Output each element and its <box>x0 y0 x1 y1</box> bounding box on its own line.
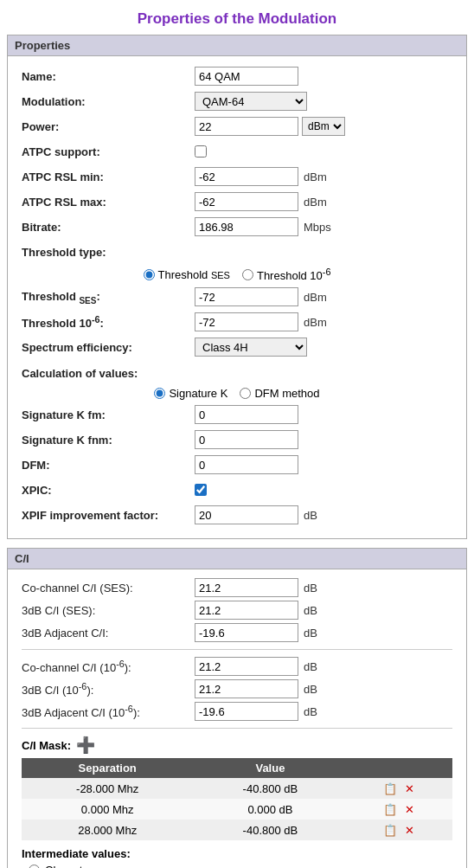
three-db-10m6-unit: dB <box>304 683 317 696</box>
three-db-ses-value-container: dB <box>195 601 317 620</box>
atpc-support-checkbox[interactable] <box>195 145 207 158</box>
atpc-rsl-min-unit: dBm <box>304 170 327 183</box>
threshold-ses-input[interactable] <box>195 287 298 306</box>
power-unit-select[interactable]: dBm <box>302 117 345 136</box>
three-db-adj-label: 3dB Adjacent C/I: <box>22 627 195 640</box>
mask-value-cell: 0.000 dB <box>193 799 347 820</box>
spectrum-eff-label: Spectrum efficiency: <box>22 341 195 354</box>
mask-sep-header: Separation <box>22 758 193 778</box>
calc-radio-group: Signature K DFM method <box>22 387 452 400</box>
mask-delete-icon[interactable]: ✕ <box>401 781 417 796</box>
threshold-10m6-row: Threshold 10-6: dBm <box>22 312 452 332</box>
threshold-10m6-value-container: dBm <box>195 312 327 331</box>
three-db-ses-input[interactable] <box>195 601 298 620</box>
threshold-10m6-field-label: Threshold 10-6: <box>22 314 195 330</box>
dfm-radio-item[interactable]: DFM method <box>240 387 319 400</box>
mask-actions-cell: 📋 ✕ <box>347 778 452 799</box>
xpif-input[interactable] <box>195 505 298 524</box>
closest-radio-item[interactable]: Closest <box>29 864 452 868</box>
co-channel-10m6-value-container: dB <box>195 657 317 676</box>
three-db-ses-unit: dB <box>304 604 317 617</box>
atpc-rsl-min-row: ATPC RSL min: dBm <box>22 166 452 187</box>
threshold-ses-unit: dBm <box>304 291 327 304</box>
atpc-rsl-max-unit: dBm <box>304 196 327 209</box>
sig-k-fm-label: Signature K fm: <box>22 408 195 421</box>
sig-k-fm-input[interactable] <box>195 405 298 424</box>
name-input[interactable] <box>195 67 298 86</box>
ci-body: Co-channel C/I (SES): dB 3dB C/I (SES): … <box>8 569 466 868</box>
xpif-row: XPIF improvement factor: dB <box>22 505 452 525</box>
ci-header: C/I <box>8 549 466 569</box>
sig-k-radio-item[interactable]: Signature K <box>154 387 227 400</box>
sig-k-fnm-value-container <box>195 430 298 449</box>
dfm-radio[interactable] <box>240 388 251 399</box>
atpc-rsl-min-input[interactable] <box>195 167 298 186</box>
sig-k-radio[interactable] <box>154 388 165 399</box>
spectrum-eff-select[interactable]: Class 4H <box>195 338 307 357</box>
threshold-10m6-input[interactable] <box>195 312 298 331</box>
spectrum-eff-row: Spectrum efficiency: Class 4H <box>22 337 452 357</box>
sig-k-radio-label: Signature K <box>169 387 227 400</box>
modulation-value-container: QAM-64 <box>195 92 307 111</box>
spectrum-eff-value-container: Class 4H <box>195 338 307 357</box>
atpc-rsl-max-label: ATPC RSL max: <box>22 196 195 209</box>
mask-value-cell: -40.800 dB <box>193 820 347 840</box>
atpc-rsl-max-input[interactable] <box>195 192 298 211</box>
threshold-10m6-radio-label: Threshold 10-6 <box>257 267 331 282</box>
properties-body: Name: Modulation: QAM-64 Power: dBm <box>8 56 466 538</box>
power-row: Power: dBm <box>22 116 452 137</box>
co-channel-ses-label: Co-channel C/I (SES): <box>22 582 195 595</box>
threshold-ses-row: Threshold SES: dBm <box>22 286 452 307</box>
bitrate-input[interactable] <box>195 217 298 236</box>
mask-actions-header <box>347 758 452 778</box>
three-db-10m6-input[interactable] <box>195 679 298 698</box>
ci-section: C/I Co-channel C/I (SES): dB 3dB C/I (SE… <box>7 548 467 868</box>
atpc-rsl-max-row: ATPC RSL max: dBm <box>22 191 452 212</box>
mask-delete-icon[interactable]: ✕ <box>401 822 417 838</box>
properties-header: Properties <box>8 35 466 56</box>
co-channel-10m6-row: Co-channel C/I (10-6): dB <box>22 657 452 676</box>
sig-k-fm-row: Signature K fm: <box>22 404 452 425</box>
atpc-support-label: ATPC support: <box>22 145 195 158</box>
bitrate-value-container: Mbps <box>195 217 331 236</box>
power-input[interactable] <box>195 117 298 136</box>
calc-row: Calculation of values: <box>22 362 452 383</box>
mask-edit-icon[interactable]: 📋 <box>382 781 398 796</box>
xpif-unit: dB <box>304 509 317 522</box>
mask-table-header-row: Separation Value <box>22 758 452 778</box>
dfm-value-container <box>195 455 298 474</box>
dfm-input[interactable] <box>195 455 298 474</box>
table-row: 0.000 Mhz 0.000 dB 📋 ✕ <box>22 799 452 820</box>
properties-section: Properties Name: Modulation: QAM-64 Powe… <box>7 35 467 539</box>
threshold-ses-radio-item[interactable]: Threshold SES <box>144 268 230 281</box>
mask-delete-icon[interactable]: ✕ <box>401 801 417 817</box>
three-db-adj-10m6-row: 3dB Adjacent C/I (10-6): dB <box>22 702 452 721</box>
three-db-10m6-row: 3dB C/I (10-6): dB <box>22 679 452 698</box>
mask-edit-icon[interactable]: 📋 <box>382 801 398 817</box>
atpc-support-row: ATPC support: <box>22 141 452 162</box>
xpic-checkbox[interactable] <box>195 484 207 496</box>
co-channel-10m6-label: Co-channel C/I (10-6): <box>22 659 195 674</box>
threshold-ses-radio-label: Threshold SES <box>158 268 230 281</box>
mask-header: C/I Mask: ➕ <box>22 736 452 755</box>
bitrate-label: Bitrate: <box>22 221 195 234</box>
co-channel-10m6-input[interactable] <box>195 657 298 676</box>
threshold-10m6-radio[interactable] <box>242 269 253 280</box>
three-db-adj-input[interactable] <box>195 623 298 642</box>
threshold-ses-radio[interactable] <box>144 269 155 280</box>
mask-value-cell: -40.800 dB <box>193 778 347 799</box>
threshold-10m6-radio-item[interactable]: Threshold 10-6 <box>242 267 331 282</box>
ci-divider-1 <box>22 649 452 650</box>
co-channel-ses-input[interactable] <box>195 578 298 597</box>
sig-k-fnm-row: Signature K fnm: <box>22 429 452 450</box>
atpc-rsl-min-value-container: dBm <box>195 167 327 186</box>
mask-actions-cell: 📋 ✕ <box>347 799 452 820</box>
sig-k-fnm-input[interactable] <box>195 430 298 449</box>
name-row: Name: <box>22 66 452 87</box>
three-db-ses-label: 3dB C/I (SES): <box>22 604 195 617</box>
modulation-select[interactable]: QAM-64 <box>195 92 307 111</box>
three-db-adj-10m6-input[interactable] <box>195 702 298 721</box>
mask-add-icon[interactable]: ➕ <box>76 736 95 755</box>
mask-edit-icon[interactable]: 📋 <box>382 822 398 838</box>
closest-radio[interactable] <box>29 865 40 868</box>
